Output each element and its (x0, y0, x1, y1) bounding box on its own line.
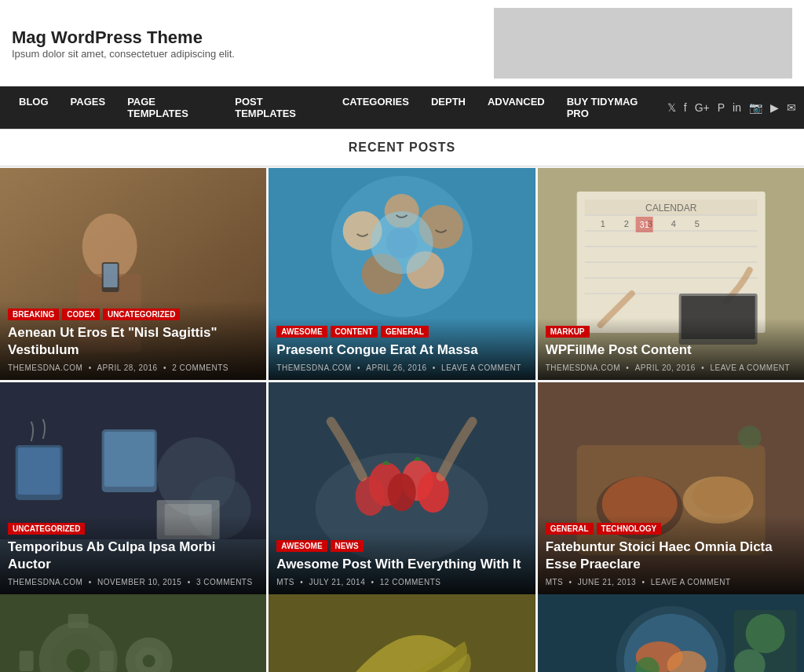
linkedin-icon[interactable]: in (733, 101, 741, 114)
post-card-1[interactable]: BREAKING CODEX UNCATEGORIZED Aenean Ut E… (0, 168, 266, 380)
bottom-row (0, 594, 804, 672)
nav-item-depth[interactable]: DEPTH (420, 86, 477, 129)
post-site-3: THEMESDNA.COM (546, 363, 620, 372)
post-comments-1: 2 COMMENTS (172, 363, 228, 372)
nav-item-advanced[interactable]: ADVANCED (477, 86, 556, 129)
post-comments-3: LEAVE A COMMENT (710, 363, 790, 372)
post-card-2[interactable]: AWESOME CONTENT GENERAL Praesent Congue … (269, 168, 535, 380)
post-date-5: JULY 21, 2014 (309, 578, 366, 586)
svg-text:31: 31 (639, 220, 649, 229)
svg-text:4: 4 (671, 219, 675, 228)
post-date-3: APRIL 20, 2016 (635, 363, 696, 372)
bottom-card-2[interactable] (269, 594, 535, 672)
tag-general: GENERAL (381, 326, 429, 338)
svg-rect-69 (100, 651, 114, 671)
tag-awesome-2: AWESOME (276, 540, 327, 552)
svg-point-72 (143, 655, 155, 667)
post-date-2: APRIL 26, 2016 (366, 363, 426, 372)
post-meta-5: MTS • JULY 21, 2014 • 12 COMMENTS (276, 578, 527, 586)
bottom-card-1[interactable] (0, 594, 266, 672)
post-site-2: THEMESDNA.COM (276, 363, 351, 372)
post-date-1: APRIL 28, 2016 (97, 363, 157, 372)
svg-rect-5 (104, 264, 118, 287)
svg-text:2: 2 (623, 219, 628, 228)
site-tagline: Ipsum dolor sit amet, consectetuer adipi… (12, 48, 235, 60)
post-title-2: Praesent Congue Erat At Massa (276, 341, 527, 359)
section-heading-recent-posts: RECENT POSTS (0, 129, 804, 166)
svg-rect-66 (68, 614, 89, 628)
svg-point-51 (356, 477, 386, 516)
tag-content: CONTENT (331, 326, 378, 338)
site-title-area: Mag WordPress Theme Ipsum dolor sit amet… (12, 27, 235, 60)
post-dot2-1: • (163, 363, 166, 372)
site-header: Mag WordPress Theme Ipsum dolor sit amet… (0, 0, 804, 86)
tag-technology: TECHNOLOGY (597, 523, 662, 535)
post-card-overlay-3: MARKUP WPFillMe Post Content THEMESDNA.C… (538, 318, 804, 380)
svg-rect-37 (18, 447, 60, 495)
post-meta-4: THEMESDNA.COM • NOVEMBER 10, 2015 • 3 CO… (8, 578, 258, 586)
post-meta-6: MTS • JUNE 21, 2013 • LEAVE A COMMENT (546, 578, 796, 586)
post-comments-6: LEAVE A COMMENT (651, 578, 731, 586)
posts-grid: BREAKING CODEX UNCATEGORIZED Aenean Ut E… (0, 168, 804, 594)
nav-item-blog[interactable]: BLOG (8, 86, 60, 129)
tag-breaking: BREAKING (8, 309, 59, 320)
svg-text:5: 5 (694, 219, 699, 228)
bottom-card-3[interactable] (538, 594, 804, 672)
post-title-4: Temporibus Ab Culpa Ipsa Morbi Auctor (8, 539, 258, 573)
twitter-icon[interactable]: 𝕏 (667, 101, 676, 114)
tag-uncategorized-2: UNCATEGORIZED (8, 523, 85, 535)
post-comments-4: 3 COMMENTS (196, 578, 253, 586)
email-icon[interactable]: ✉ (787, 101, 796, 114)
tag-news: NEWS (331, 540, 364, 552)
svg-text:1: 1 (600, 219, 605, 228)
post-title-1: Aenean Ut Eros Et "Nisl Sagittis" Vestib… (8, 324, 258, 359)
tag-codex: CODEX (62, 309, 100, 320)
svg-point-84 (745, 614, 784, 653)
pinterest-icon[interactable]: P (718, 101, 725, 114)
post-card-overlay-2: AWESOME CONTENT GENERAL Praesent Congue … (269, 318, 535, 380)
post-site-4: THEMESDNA.COM (8, 578, 82, 586)
tag-markup: MARKUP (546, 326, 590, 338)
post-card-3[interactable]: CALENDAR 1 2 3 4 5 31 (538, 168, 804, 380)
post-title-3: WPFillMe Post Content (546, 341, 796, 359)
post-meta-2: THEMESDNA.COM • APRIL 26, 2016 • LEAVE A… (276, 363, 527, 372)
facebook-icon[interactable]: f (684, 101, 687, 114)
nav-item-pages[interactable]: PAGES (60, 86, 117, 129)
instagram-icon[interactable]: 📷 (749, 101, 762, 114)
post-comments-5: 12 COMMENTS (380, 578, 441, 586)
post-tags-6: GENERAL TECHNOLOGY (546, 523, 796, 535)
google-plus-icon[interactable]: G+ (695, 101, 710, 114)
svg-point-65 (67, 649, 90, 672)
post-card-overlay-6: GENERAL TECHNOLOGY Fatebuntur Stoici Hae… (538, 515, 804, 594)
post-dot-1: • (89, 363, 92, 372)
post-card-4[interactable]: UNCATEGORIZED Temporibus Ab Culpa Ipsa M… (0, 382, 266, 594)
post-title-6: Fatebuntur Stoici Haec Omnia Dicta Esse … (546, 539, 796, 573)
site-title: Mag WordPress Theme (12, 27, 235, 48)
nav-links: BLOG PAGES PAGE TEMPLATES POST TEMPLATES… (8, 86, 667, 129)
svg-point-14 (386, 227, 418, 258)
svg-point-50 (388, 473, 416, 511)
section-heading-label: RECENT POSTS (349, 141, 455, 154)
post-card-6[interactable]: GENERAL TECHNOLOGY Fatebuntur Stoici Hae… (538, 382, 804, 594)
post-card-overlay-1: BREAKING CODEX UNCATEGORIZED Aenean Ut E… (0, 301, 266, 380)
svg-rect-68 (20, 651, 34, 671)
nav-item-categories[interactable]: CATEGORIES (331, 86, 420, 129)
header-advertisement (494, 8, 792, 79)
post-card-overlay-5: AWESOME NEWS Awesome Post With Everythin… (269, 532, 535, 594)
post-tags-2: AWESOME CONTENT GENERAL (276, 326, 527, 338)
post-card-5[interactable]: AWESOME NEWS Awesome Post With Everythin… (269, 382, 535, 594)
post-tags-1: BREAKING CODEX UNCATEGORIZED (8, 309, 258, 320)
post-meta-1: THEMESDNA.COM • APRIL 28, 2016 • 2 COMME… (8, 363, 258, 372)
nav-item-page-templates[interactable]: PAGE TEMPLATES (116, 86, 224, 129)
post-site-5: MTS (276, 578, 294, 586)
post-card-overlay-4: UNCATEGORIZED Temporibus Ab Culpa Ipsa M… (0, 515, 266, 594)
svg-text:CALENDAR: CALENDAR (645, 203, 697, 214)
nav-item-post-templates[interactable]: POST TEMPLATES (224, 86, 331, 129)
tag-uncategorized: UNCATEGORIZED (103, 309, 180, 320)
post-tags-4: UNCATEGORIZED (8, 523, 258, 535)
nav-social-icons: 𝕏 f G+ P in 📷 ▶ ✉ (667, 101, 796, 114)
svg-rect-39 (104, 432, 155, 487)
nav-item-buy-tidymag-pro[interactable]: BUY TIDYMAG PRO (556, 86, 667, 129)
youtube-icon[interactable]: ▶ (770, 101, 779, 114)
post-site-1: THEMESDNA.COM (8, 363, 82, 372)
